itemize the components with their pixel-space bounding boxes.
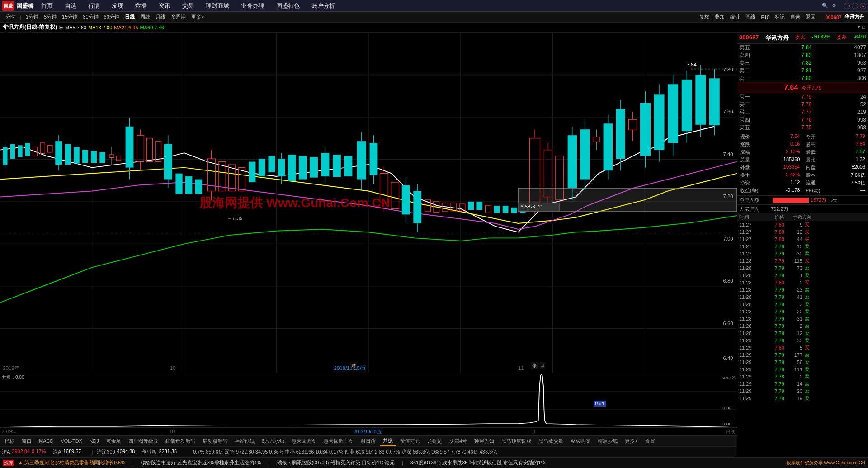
maximize-button[interactable]: □ — [852, 3, 858, 9]
svg-rect-22 — [40, 143, 45, 153]
tf-30min[interactable]: 30分钟 — [80, 13, 101, 21]
tf-60min[interactable]: 60分钟 — [101, 13, 122, 21]
svg-text:6.60: 6.60 — [723, 320, 733, 326]
sub-chart-svg: 0.64 0.32 0.00 — [0, 373, 737, 427]
settings-icon[interactable]: ⚙ — [832, 3, 836, 9]
menu-home[interactable]: 首页 — [39, 1, 55, 11]
tf-more[interactable]: 更多> — [189, 13, 207, 21]
chart-annotation-icon: □ — [540, 362, 545, 369]
ind-tab-index[interactable]: 指标 — [2, 437, 17, 445]
wei-bi-label: 委比 — [795, 34, 805, 42]
ind-tab-launch[interactable]: 启动点源码 — [200, 437, 230, 445]
tool-f10[interactable]: F10 — [758, 14, 772, 20]
ind-tab-hui1[interactable]: 慧天回调图 — [289, 437, 319, 445]
svg-rect-31 — [99, 152, 105, 163]
sub-chart-close[interactable]: ✕ — [731, 374, 736, 381]
ob-sell-4: 卖四 7.83 1807 — [737, 52, 868, 59]
ind-tab-4l[interactable]: 四里图升级版 — [126, 437, 161, 445]
ind-tab-value[interactable]: 价值万元 — [397, 437, 423, 445]
ind-tab-shoot[interactable]: 射日前 — [358, 437, 378, 445]
menu-wealth[interactable]: 理财商城 — [204, 1, 231, 11]
trade-row: 11:28 7.79 41 卖 — [737, 293, 868, 301]
chart-close-btn[interactable]: ✕ □ — [857, 24, 865, 30]
menu-market[interactable]: 行情 — [86, 1, 102, 11]
close-button[interactable]: ✕ — [860, 3, 866, 9]
svg-text:7.80: 7.80 — [723, 67, 733, 72]
ind-tab-bh-vol[interactable]: 黑马成交量 — [536, 437, 566, 445]
ob-buy-1: 买一 7.79 24 — [737, 93, 868, 101]
ind-tab-buy[interactable]: 今买明卖 — [568, 437, 593, 445]
trade-row: 11:28 7.80 2 买 — [737, 279, 868, 286]
news-item-1: 物管股逆市造好 蓝光嘉宝张近3%碧桂永升生活涨约4% — [141, 459, 261, 466]
ind-tab-more[interactable]: 更多> — [622, 437, 640, 445]
ind-tab-hui2[interactable]: 慧天回调主图 — [321, 437, 356, 445]
order-book-buys: 买一 7.79 24 买二 7.78 52 买三 7.77 219 买四 7.7… — [737, 93, 868, 132]
window-controls: — □ ✕ — [844, 3, 866, 9]
menu-watchlist[interactable]: 自选 — [63, 1, 78, 11]
tf-1min[interactable]: 1分钟 — [23, 13, 41, 21]
ob-buy-4: 买四 7.76 998 — [737, 116, 868, 124]
trade-row: 11:28 7.79 20 卖 — [737, 308, 868, 315]
main-chart[interactable]: 股海网提供 Www.Guhai.Com.CN — [0, 33, 737, 373]
ind-tab-resonance[interactable]: 共振 — [380, 436, 396, 446]
menu-right: 🔍 ⚙ — □ ✕ — [822, 3, 866, 9]
tf-daily[interactable]: 日线 — [122, 13, 137, 21]
ind-tab-neural[interactable]: 神经过礁 — [232, 437, 257, 445]
price-chart-svg: 6.58-6.70 ←6.39 ↑7.84 7.80 7.60 7.40 7.2… — [0, 33, 737, 373]
ind-tab-kdj[interactable]: KDJ — [87, 437, 102, 444]
ind-tab-blackhorse[interactable]: 黑马顶底暂戒 — [499, 437, 534, 445]
right-stock-code: 000687 — [739, 34, 759, 42]
tf-monthly[interactable]: 月线 — [153, 13, 168, 21]
stat-inner: 内盘 82006 — [803, 164, 868, 171]
svg-rect-123 — [640, 103, 651, 156]
menu-service[interactable]: 业务办理 — [239, 1, 266, 11]
tool-watchlist[interactable]: 自选 — [788, 13, 803, 21]
menu-account[interactable]: 账户分析 — [310, 1, 337, 11]
svg-text:2019年: 2019年 — [3, 365, 19, 371]
menu-special[interactable]: 国盛特色 — [274, 1, 302, 11]
trade-row: 11:29 7.79 33 卖 — [737, 337, 868, 344]
minimize-button[interactable]: — — [844, 3, 850, 9]
menu-data[interactable]: 数据 — [133, 1, 149, 11]
ob-buy-2: 买二 7.78 52 — [737, 101, 868, 109]
tool-rights[interactable]: 复权 — [697, 13, 712, 21]
menu-news[interactable]: 资讯 — [157, 1, 172, 11]
svg-text:6.80: 6.80 — [723, 278, 733, 284]
chart-annotation-zhang: 张 — [531, 362, 538, 369]
svg-rect-63 — [299, 156, 307, 180]
ind-tab-precise[interactable]: 精准抄底 — [595, 437, 620, 445]
tool-stats[interactable]: 统计 — [727, 13, 743, 21]
svg-rect-27 — [65, 144, 71, 165]
menu-trade[interactable]: 交易 — [180, 1, 196, 11]
stat-change: 涨跌 0.16 — [737, 141, 803, 148]
svg-rect-47 — [175, 174, 182, 194]
search-icon[interactable]: 🔍 — [822, 3, 828, 9]
ind-tab-top[interactable]: 顶层先知 — [472, 437, 497, 445]
ind-tab-6[interactable]: 6六六水烛 — [259, 437, 287, 445]
ind-tab-window[interactable]: 窗口 — [19, 437, 34, 445]
tf-15min[interactable]: 15分钟 — [59, 13, 80, 21]
tf-5min[interactable]: 5分钟 — [41, 13, 59, 21]
ind-tab-vol[interactable]: VOL-TDX — [58, 437, 85, 444]
tf-weekly[interactable]: 周线 — [137, 13, 153, 21]
tool-overlay[interactable]: 叠加 — [712, 13, 727, 21]
tf-fen[interactable]: 分时 — [3, 13, 18, 21]
tool-mark[interactable]: 标记 — [772, 13, 788, 21]
stock-full-name: 华讯方舟(日线-前复权) — [3, 24, 57, 31]
tf-multi[interactable]: 多周期 — [168, 13, 189, 21]
ind-tab-gold[interactable]: 黄金坑 — [104, 437, 124, 445]
tool-draw[interactable]: 画线 — [743, 13, 758, 21]
x-label-10: 10 — [170, 429, 175, 434]
ind-tab-dragon[interactable]: 龙提是 — [425, 437, 445, 445]
svg-text:↑7.84: ↑7.84 — [684, 62, 697, 67]
svg-text:10: 10 — [170, 365, 176, 371]
svg-rect-129 — [668, 84, 678, 143]
ind-tab-settings[interactable]: 设置 — [642, 437, 658, 445]
tool-back[interactable]: 返回 — [803, 13, 818, 21]
sub-chart[interactable]: 0.64 0.32 0.00 共振：0.00 ✕ 0.64 — [0, 373, 737, 427]
ind-tab-macd[interactable]: MACD — [36, 437, 56, 444]
trade-row: 11:28 7.79 73 卖 — [737, 265, 868, 272]
ind-tab-jue4[interactable]: 决第4号 — [447, 437, 470, 445]
ind-tab-red[interactable]: 红箭奇发源码 — [163, 437, 198, 445]
menu-discover[interactable]: 发现 — [110, 1, 125, 11]
